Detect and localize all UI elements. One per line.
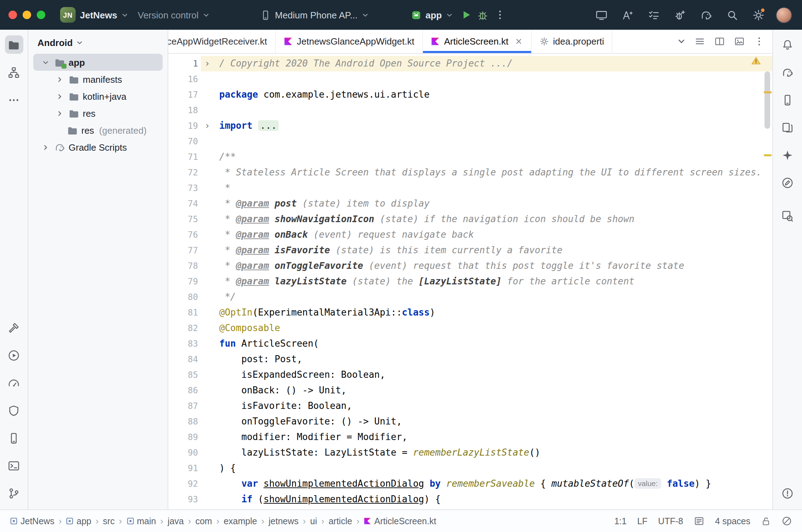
split-editor-icon[interactable] xyxy=(714,36,725,47)
code-text[interactable]: * Stateless Article Screen that displays… xyxy=(214,165,772,180)
tree-item-res[interactable]: res xyxy=(33,105,163,122)
project-icon[interactable] xyxy=(5,35,23,54)
tab-glance-app-widget[interactable]: JetnewsGlanceAppWidget.kt xyxy=(275,30,423,53)
gradle-sync-icon[interactable] xyxy=(697,6,714,23)
chevron-right-icon[interactable] xyxy=(40,144,50,150)
code-text[interactable]: * @param showNavigationIcon (state) if t… xyxy=(214,212,772,227)
tab-list-icon[interactable] xyxy=(695,36,705,47)
code-line-18[interactable]: 18 xyxy=(168,103,772,118)
maximize-window-button[interactable] xyxy=(37,11,45,19)
project-widget[interactable]: JN JetNews xyxy=(55,4,133,25)
minimize-window-button[interactable] xyxy=(23,11,31,19)
code-line-78[interactable]: 78 * @param onToggleFavorite (event) req… xyxy=(168,258,772,274)
tab-idea-properties[interactable]: idea.properti xyxy=(532,30,613,53)
chevron-down-icon[interactable] xyxy=(40,59,50,65)
code-text[interactable]: package com.example.jetnews.ui.article xyxy=(214,87,772,103)
hidden-tabs-icon[interactable] xyxy=(678,37,685,45)
code-text[interactable]: lazyListState: LazyListState = rememberL… xyxy=(214,445,772,461)
device-mirror-icon[interactable] xyxy=(593,6,610,23)
code-line-72[interactable]: 72 * Stateless Article Screen that displ… xyxy=(168,165,772,180)
code-text[interactable]: / Copyright 2020 The Android Open Source… xyxy=(214,56,772,71)
code-text[interactable]: @OptIn(ExperimentalMaterial3Api::class) xyxy=(214,305,772,320)
editor-scrollbar[interactable] xyxy=(765,71,770,129)
more-tool-windows-icon[interactable] xyxy=(5,91,23,109)
editor-options-icon[interactable] xyxy=(754,36,765,47)
breadcrumb-item[interactable]: app xyxy=(66,516,92,526)
code-text[interactable]: import ... xyxy=(214,118,772,134)
indent-setting[interactable]: 4 spaces xyxy=(715,516,750,526)
code-text[interactable]: * @param isFavorite (state) is this item… xyxy=(214,243,772,258)
device-manager-icon[interactable] xyxy=(778,91,797,109)
terminal-icon[interactable] xyxy=(5,456,23,475)
code-text[interactable]: * @param lazyListState (state) the [Lazy… xyxy=(214,274,772,289)
fold-arrow-icon[interactable]: › xyxy=(201,56,214,71)
tree-item-app[interactable]: app xyxy=(33,54,163,71)
vcs-widget[interactable]: Version control xyxy=(133,7,214,23)
breadcrumb-item[interactable]: jetnews xyxy=(269,516,299,526)
code-line-73[interactable]: 73 * xyxy=(168,180,772,196)
breadcrumb-item[interactable]: src xyxy=(103,516,115,526)
breadcrumb-item[interactable]: com xyxy=(195,516,212,526)
device-selector[interactable]: Medium Phone AP... xyxy=(255,7,373,23)
breadcrumb-item[interactable]: main xyxy=(126,516,156,526)
code-line-76[interactable]: 76 * @param onBack (event) request navig… xyxy=(168,227,772,243)
code-text[interactable]: fun ArticleScreen( xyxy=(214,336,772,352)
close-tab-icon[interactable] xyxy=(514,37,523,46)
analysis-status-icon[interactable] xyxy=(781,516,792,526)
code-text[interactable]: post: Post, xyxy=(214,352,772,367)
code-line-89[interactable]: 89 modifier: Modifier = Modifier, xyxy=(168,429,772,445)
code-text[interactable]: var showUnimplementedActionDialog by rem… xyxy=(214,476,772,492)
chevron-right-icon[interactable] xyxy=(54,110,64,116)
run-tool-icon[interactable] xyxy=(5,346,23,364)
tree-item-manifests[interactable]: manifests xyxy=(33,71,163,88)
tree-item-gradle-scripts[interactable]: Gradle Scripts xyxy=(33,139,163,156)
debug-button[interactable] xyxy=(474,6,491,23)
code-text[interactable]: isFavorite: Boolean, xyxy=(214,398,772,414)
tab-receiver[interactable]: ceAppWidgetReceiver.kt xyxy=(168,30,275,53)
code-line-70[interactable]: 70 xyxy=(168,134,772,149)
app-quality-insights-icon[interactable] xyxy=(5,401,23,420)
line-separator[interactable]: LF xyxy=(637,516,647,526)
code-text[interactable]: */ xyxy=(214,289,772,305)
version-control-icon[interactable] xyxy=(5,484,23,502)
code-text[interactable]: ) { xyxy=(214,461,772,476)
structure-icon[interactable] xyxy=(5,63,23,81)
warning-stripe-mark[interactable] xyxy=(764,91,772,93)
code-line-85[interactable]: 85 isExpandedScreen: Boolean, xyxy=(168,367,772,383)
running-devices-icon[interactable] xyxy=(778,118,797,137)
run-config-selector[interactable]: app xyxy=(406,7,457,23)
code-line-80[interactable]: 80 */ xyxy=(168,289,772,305)
fold-arrow-icon[interactable]: › xyxy=(201,118,214,134)
code-line-84[interactable]: 84 post: Post, xyxy=(168,352,772,367)
bug-report-icon[interactable] xyxy=(671,6,688,23)
preview-icon[interactable] xyxy=(734,36,745,47)
code-line-87[interactable]: 87 isFavorite: Boolean, xyxy=(168,398,772,414)
code-text[interactable]: modifier: Modifier = Modifier, xyxy=(214,429,772,445)
code-line-92[interactable]: 92 var showUnimplementedActionDialog by … xyxy=(168,476,772,492)
lock-open-icon[interactable] xyxy=(761,516,771,526)
tree-item-res-generated[interactable]: res (generated) xyxy=(33,122,163,139)
code-line-93[interactable]: 93 if (showUnimplementedActionDialog) { xyxy=(168,492,772,507)
code-text[interactable] xyxy=(214,103,772,118)
code-text[interactable]: if (showUnimplementedActionDialog) { xyxy=(214,492,772,507)
problems-icon[interactable] xyxy=(778,484,797,502)
close-window-button[interactable] xyxy=(8,11,17,19)
breadcrumb-item[interactable]: JetNews xyxy=(10,516,54,526)
code-line-16[interactable]: 16 xyxy=(168,71,772,87)
code-line-75[interactable]: 75 * @param showNavigationIcon (state) i… xyxy=(168,212,772,227)
code-line-19[interactable]: 19›import ... xyxy=(168,118,772,134)
chevron-right-icon[interactable] xyxy=(54,76,64,82)
run-button[interactable] xyxy=(457,6,474,23)
app-inspection-icon[interactable] xyxy=(778,173,797,192)
tree-item-kotlin-java[interactable]: kotlin+java xyxy=(33,88,163,105)
code-text[interactable]: onBack: () -> Unit, xyxy=(214,383,772,398)
code-text[interactable]: /** xyxy=(214,149,772,165)
layout-inspector-icon[interactable] xyxy=(778,207,797,225)
code-text[interactable] xyxy=(214,134,772,149)
code-line-90[interactable]: 90 lazyListState: LazyListState = rememb… xyxy=(168,445,772,461)
breadcrumb-item[interactable]: ui xyxy=(310,516,317,526)
user-avatar[interactable] xyxy=(776,7,792,23)
profiler-icon[interactable] xyxy=(5,374,23,392)
file-encoding[interactable]: UTF-8 xyxy=(658,516,683,526)
project-view-selector[interactable]: Android xyxy=(28,31,168,54)
